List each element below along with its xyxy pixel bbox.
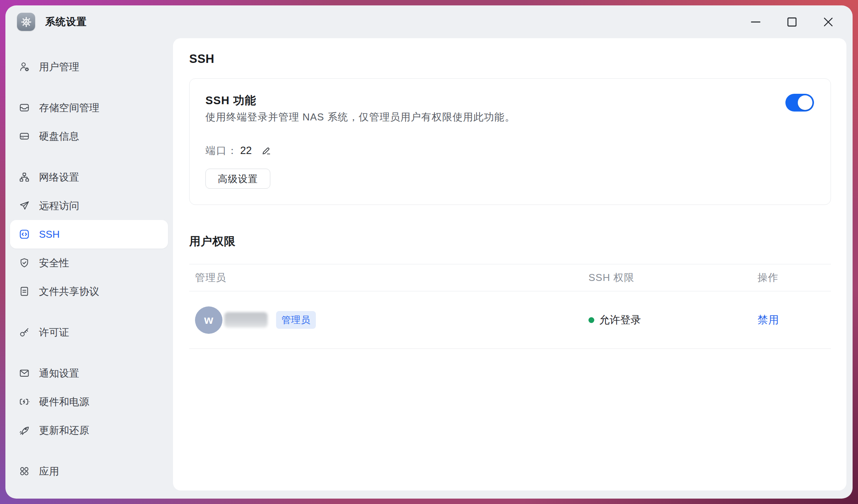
sidebar-item-user-management[interactable]: 用户管理 (10, 52, 168, 81)
advanced-settings-button[interactable]: 高级设置 (205, 169, 270, 189)
sidebar-item-notification-settings[interactable]: 通知设置 (10, 359, 168, 387)
page-title: SSH (189, 51, 831, 68)
window-controls (750, 16, 841, 28)
network-icon (19, 171, 30, 183)
port-value: 22 (240, 143, 252, 158)
column-header-action: 操作 (758, 271, 831, 284)
status-dot-icon (588, 317, 594, 323)
sidebar-item-security[interactable]: 安全性 (10, 249, 168, 277)
sidebar-item-ssh[interactable]: SSH (10, 220, 168, 249)
close-button[interactable] (822, 16, 834, 28)
ssh-feature-card: SSH 功能 使用终端登录并管理 NAS 系统，仅管理员用户有权限使用此功能。 … (189, 78, 831, 205)
license-key-icon (19, 326, 30, 338)
settings-sidebar: 用户管理 存储空间管理 (5, 38, 173, 499)
port-label: 端口： (205, 143, 238, 158)
sidebar-item-update-restore[interactable]: 更新和还原 (10, 416, 168, 445)
sidebar-item-label: 应用 (39, 465, 59, 478)
sidebar-item-label: 远程访问 (39, 199, 79, 213)
edit-port-icon[interactable] (261, 145, 273, 156)
title-bar: 系统设置 (5, 5, 853, 38)
disable-link[interactable]: 禁用 (758, 313, 779, 327)
ssh-status-text: 允许登录 (599, 313, 641, 327)
sidebar-item-license[interactable]: 许可证 (10, 318, 168, 347)
port-row: 端口： 22 (205, 143, 814, 158)
notification-mail-icon (19, 367, 30, 379)
table-row: w 管理员 允许登录 禁用 (189, 291, 831, 349)
ssh-feature-description: 使用终端登录并管理 NAS 系统，仅管理员用户有权限使用此功能。 (205, 110, 814, 124)
sidebar-item-storage-management[interactable]: 存储空间管理 (10, 93, 168, 122)
system-settings-window: 系统设置 (5, 5, 853, 499)
avatar: w (195, 306, 222, 334)
file-sharing-icon (19, 286, 30, 297)
sidebar-item-disk-info[interactable]: 硬盘信息 (10, 122, 168, 151)
sidebar-item-label: 硬件和电源 (39, 395, 89, 409)
minimize-button[interactable] (750, 16, 761, 28)
disk-icon (19, 130, 30, 142)
window-title: 系统设置 (45, 15, 87, 29)
security-shield-icon (19, 257, 30, 269)
maximize-button[interactable] (786, 16, 798, 28)
storage-icon (19, 102, 30, 113)
sidebar-item-label: 更新和还原 (39, 424, 89, 437)
ssh-status-cell: 允许登录 (588, 313, 758, 327)
ssh-feature-title: SSH 功能 (205, 93, 814, 108)
hardware-power-icon (19, 396, 30, 408)
sidebar-item-label: 通知设置 (39, 367, 79, 380)
avatar-letter: w (204, 313, 213, 326)
admin-badge: 管理员 (276, 311, 316, 329)
table-header-row: 管理员 SSH 权限 操作 (189, 264, 831, 291)
sidebar-item-label: 硬盘信息 (39, 130, 79, 143)
update-rocket-icon (19, 425, 30, 436)
column-header-ssh-permission: SSH 权限 (588, 271, 758, 284)
column-header-admin: 管理员 (189, 271, 588, 284)
sidebar-item-label: 存储空间管理 (39, 101, 99, 115)
sidebar-item-network-settings[interactable]: 网络设置 (10, 163, 168, 191)
sidebar-item-label: 安全性 (39, 256, 69, 270)
app-gear-icon (17, 13, 35, 31)
sidebar-item-apps[interactable]: 应用 (10, 457, 168, 485)
sidebar-item-remote-access[interactable]: 远程访问 (10, 191, 168, 220)
sidebar-item-label: SSH (39, 228, 59, 240)
remote-access-icon (19, 200, 30, 211)
sidebar-item-label: 许可证 (39, 326, 69, 339)
ssh-settings-panel: SSH SSH 功能 使用终端登录并管理 NAS 系统，仅管理员用户有权限使用此… (173, 38, 846, 490)
sidebar-item-file-sharing[interactable]: 文件共享协议 (10, 277, 168, 306)
ssh-toggle[interactable] (785, 94, 814, 112)
apps-icon (19, 465, 30, 477)
permissions-table: 管理员 SSH 权限 操作 w 管理员 允许登录 (189, 264, 831, 349)
toggle-knob (798, 95, 812, 110)
sidebar-item-label: 用户管理 (39, 60, 79, 74)
ssh-icon (19, 228, 30, 240)
sidebar-item-hardware-power[interactable]: 硬件和电源 (10, 387, 168, 416)
user-management-icon (19, 61, 30, 73)
action-cell: 禁用 (758, 313, 831, 327)
user-permissions-title: 用户权限 (189, 233, 831, 249)
user-cell: w 管理员 (189, 306, 588, 334)
sidebar-item-label: 文件共享协议 (39, 285, 99, 298)
sidebar-item-label: 网络设置 (39, 171, 79, 184)
redacted-username (224, 312, 268, 328)
